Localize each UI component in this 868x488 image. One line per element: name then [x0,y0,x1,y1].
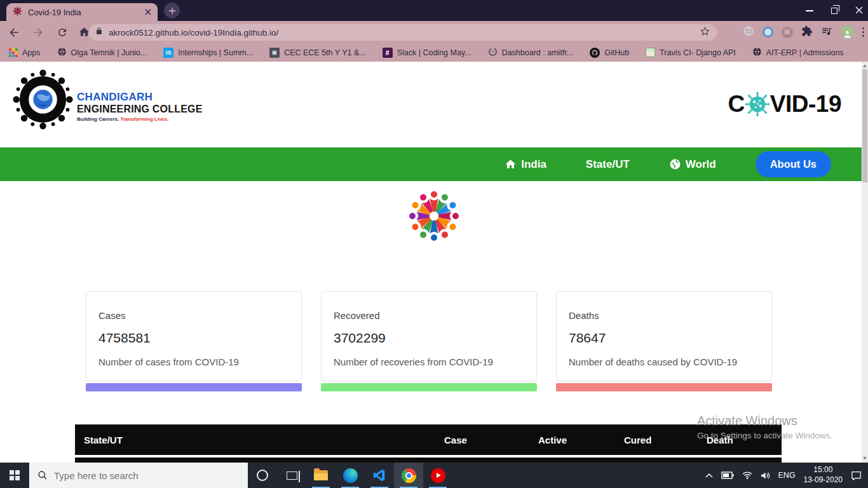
cortana-button[interactable] [248,463,277,488]
activate-windows-watermark: Activate Windows Go to Settings to activ… [697,414,832,440]
youtube-icon [431,468,445,483]
bookmark-olga-temnik[interactable]: Olga Temnik | Junio... [57,47,147,58]
tab-strip: Covid-19 India [0,0,868,21]
speaker-icon[interactable] [761,471,770,480]
new-tab-button[interactable] [164,3,180,18]
dial-icon [488,47,498,58]
virus-icon [745,92,770,116]
webpage: CHANDIGARH ENGINEERING COLLEGE Building … [0,62,868,463]
profile-avatar[interactable] [841,25,854,39]
wifi-icon[interactable] [742,471,752,479]
bookmark-dashboard[interactable]: Dashboard : amitfr... [488,47,574,58]
language-indicator[interactable]: ENG [778,471,796,480]
windows-logo-icon [10,470,20,480]
bookmark-star-icon[interactable] [700,26,710,39]
scrollbar-thumb[interactable] [862,69,867,182]
globe-dark-icon [752,47,762,58]
scrollbar-down-icon[interactable] [863,457,867,460]
bookmark-slack[interactable]: # Slack | Coding May... [383,48,471,58]
college-logo[interactable]: CHANDIGARH ENGINEERING COLLEGE Building … [13,69,203,132]
bookmark-ait-erp[interactable]: AIT-ERP | Admissions [752,47,844,58]
card-accent-bar [321,383,537,391]
camera-badge-icon: ▣ [269,48,280,58]
back-icon[interactable] [5,24,23,41]
virus-favicon-icon [13,6,22,18]
vscode-button[interactable] [365,463,394,488]
col-state-ut: State/UT [75,435,444,445]
page-scrollbar[interactable] [862,62,868,463]
nav-world[interactable]: World [669,158,716,171]
bookmark-github[interactable]: GitHub [590,48,629,58]
card-value: 4758581 [98,330,289,346]
youtube-button[interactable] [423,463,452,488]
window-close-button[interactable] [855,5,863,17]
card-value: 3702299 [334,330,524,346]
world-globe-icon [669,158,681,170]
battery-icon[interactable] [721,471,734,479]
chrome-icon [402,468,416,483]
slack-icon: # [383,48,393,58]
action-center-icon[interactable] [851,471,862,480]
url-text: akrock0512.github.io/covid-19India.githu… [109,28,694,37]
screen: Covid-19 India [0,0,868,488]
card-title: Cases [98,310,289,321]
nav-state-ut[interactable]: State/UT [586,158,630,171]
file-explorer-button[interactable] [306,463,336,488]
system-tray: ENG 15:00 13-09-2020 [705,463,868,488]
browser-tab[interactable]: Covid-19 India [6,3,158,21]
vscode-icon [372,468,386,482]
edge-icon [343,468,358,483]
home-icon [505,158,517,170]
reload-icon[interactable] [53,24,71,41]
card-description: Number of deaths caused by COVID-19 [569,356,759,367]
window-minimize-button[interactable] [806,10,813,11]
card-deaths: Deaths 78647 Number of deaths caused by … [556,291,772,391]
scrollbar-up-icon[interactable] [863,64,867,67]
extensions-puzzle-icon[interactable] [801,25,813,39]
github-icon [590,48,600,58]
cortana-icon [257,470,268,481]
card-title: Deaths [569,310,759,321]
card-description: Number of cases from COVID-19 [98,356,289,367]
travis-ci-icon [646,48,655,57]
taskbar-clock[interactable]: 15:00 13-09-2020 [804,465,843,485]
start-button[interactable] [0,463,29,488]
table-row [75,458,782,463]
search-input[interactable] [54,470,219,481]
chrome-button[interactable] [394,463,423,488]
edge-button[interactable] [336,463,365,488]
loop-extension-icon[interactable] [763,27,773,37]
globe-grid-extension-icon[interactable] [743,25,754,39]
task-view-button[interactable] [277,463,306,488]
bookmark-travis-ci[interactable]: Travis CI- Django API [646,48,736,57]
bookmark-cec-ece[interactable]: ▣ CEC ECE 5th Y Y1 &... [269,48,366,58]
card-accent-bar [86,383,302,391]
windows-taskbar: ENG 15:00 13-09-2020 [0,463,868,488]
nav-about-us-button[interactable]: About Us [756,151,831,177]
college-name-line2: ENGINEERING COLLEGE [77,104,203,115]
bookmark-apps[interactable]: Apps [9,48,41,57]
apps-grid-icon [9,48,18,57]
bookmark-internships[interactable]: IS Internships | Summ... [163,48,253,58]
url-bar[interactable]: akrock0512.github.io/covid-19India.githu… [89,24,717,41]
main-navbar: India State/UT World About Us [0,147,868,181]
state-table-header: State/UT Case Active Cured Death [75,424,782,455]
gray-extension-icon[interactable]: ⌘ [782,27,793,38]
window-restore-button[interactable] [831,8,837,14]
tray-chevron-icon[interactable] [705,473,713,478]
tab-close-icon[interactable] [145,6,151,18]
media-queue-icon[interactable] [821,25,832,39]
lock-icon[interactable] [95,27,103,38]
browser-menu-icon[interactable] [862,27,865,37]
tab-title: Covid-19 India [28,8,139,17]
internshala-icon: IS [163,48,173,58]
stat-cards: Cases 4758581 Number of cases from COVID… [86,291,772,391]
browser-toolbar: akrock0512.github.io/covid-19India.githu… [0,21,868,43]
col-case: Case [444,435,538,445]
college-name-line1: CHANDIGARH [77,91,203,104]
forward-icon[interactable] [29,24,47,41]
nav-india[interactable]: India [505,158,546,171]
taskbar-search[interactable] [29,463,248,488]
globe-icon [57,47,67,58]
card-cases: Cases 4758581 Number of cases from COVID… [86,291,302,391]
